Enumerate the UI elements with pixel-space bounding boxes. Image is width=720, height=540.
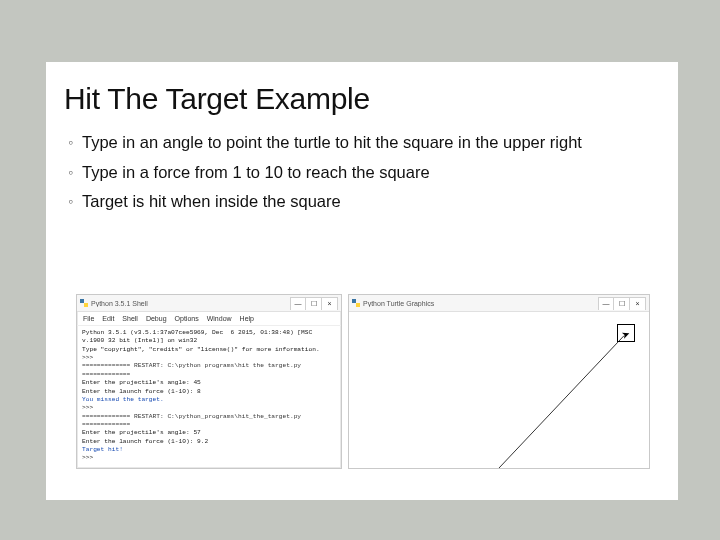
shell-prompt: >>> <box>82 404 93 411</box>
titlebar: Python Turtle Graphics — ☐ × <box>349 295 649 312</box>
bullet-marker: ◦ <box>68 132 82 153</box>
shell-line: Type "copyright", "credits" or "license(… <box>82 346 320 353</box>
bullet-marker: ◦ <box>68 162 82 183</box>
maximize-button[interactable]: ☐ <box>614 297 630 310</box>
titlebar: Python 3.5.1 Shell — ☐ × <box>77 295 341 312</box>
python-shell-window: Python 3.5.1 Shell — ☐ × File Edit Shell… <box>76 294 342 469</box>
menu-options[interactable]: Options <box>175 315 199 322</box>
shell-restart: ============= RESTART: C:\python_program… <box>82 413 305 428</box>
shell-line: Python 3.5.1 (v3.5.1:37a07cee5969, Dec 6… <box>82 329 316 344</box>
svg-rect-2 <box>352 299 356 303</box>
slide: Hit The Target Example ◦ Type in an angl… <box>46 62 678 500</box>
svg-line-4 <box>499 336 624 468</box>
bullet-list: ◦ Type in an angle to point the turtle t… <box>46 124 678 212</box>
python-icon <box>80 299 88 307</box>
shell-line: Enter the projectile's angle: 57 <box>82 429 201 436</box>
shell-result: Target hit! <box>82 446 123 453</box>
bullet-text: Type in a force from 1 to 10 to reach th… <box>82 162 656 183</box>
minimize-button[interactable]: — <box>290 297 306 310</box>
embedded-screenshot: Python 3.5.1 Shell — ☐ × File Edit Shell… <box>76 294 650 469</box>
window-controls: — ☐ × <box>598 297 646 310</box>
menu-help[interactable]: Help <box>240 315 254 322</box>
shell-restart: ============= RESTART: C:\python program… <box>82 362 305 377</box>
list-item: ◦ Type in an angle to point the turtle t… <box>68 132 656 153</box>
shell-line: Enter the launch force (1-10): 9.2 <box>82 438 208 445</box>
list-item: ◦ Type in a force from 1 to 10 to reach … <box>68 162 656 183</box>
shell-prompt: >>> <box>82 454 93 461</box>
close-button[interactable]: × <box>630 297 646 310</box>
maximize-button[interactable]: ☐ <box>306 297 322 310</box>
menu-debug[interactable]: Debug <box>146 315 167 322</box>
shell-prompt: >>> <box>82 354 93 361</box>
shell-result: You missed the target. <box>82 396 164 403</box>
window-controls: — ☐ × <box>290 297 338 310</box>
shell-line: Enter the launch force (1-10): 8 <box>82 388 201 395</box>
close-button[interactable]: × <box>322 297 338 310</box>
bullet-text: Target is hit when inside the square <box>82 191 656 212</box>
trajectory-line <box>349 312 649 468</box>
menu-shell[interactable]: Shell <box>122 315 138 322</box>
svg-rect-3 <box>356 303 360 307</box>
python-icon <box>352 299 360 307</box>
minimize-button[interactable]: — <box>598 297 614 310</box>
svg-rect-1 <box>84 303 88 307</box>
window-title: Python 3.5.1 Shell <box>91 300 290 307</box>
menu-file[interactable]: File <box>83 315 94 322</box>
turtle-canvas: ➤ <box>349 312 649 468</box>
menu-window[interactable]: Window <box>207 315 232 322</box>
shell-output: Python 3.5.1 (v3.5.1:37a07cee5969, Dec 6… <box>77 326 341 468</box>
menu-edit[interactable]: Edit <box>102 315 114 322</box>
shell-line: Enter the projectile's angle: 45 <box>82 379 201 386</box>
turtle-graphics-window: Python Turtle Graphics — ☐ × ➤ <box>348 294 650 469</box>
bullet-marker: ◦ <box>68 191 82 212</box>
svg-rect-0 <box>80 299 84 303</box>
window-title: Python Turtle Graphics <box>363 300 598 307</box>
list-item: ◦ Target is hit when inside the square <box>68 191 656 212</box>
menubar: File Edit Shell Debug Options Window Hel… <box>77 312 341 326</box>
slide-title: Hit The Target Example <box>46 62 678 124</box>
bullet-text: Type in an angle to point the turtle to … <box>82 132 656 153</box>
